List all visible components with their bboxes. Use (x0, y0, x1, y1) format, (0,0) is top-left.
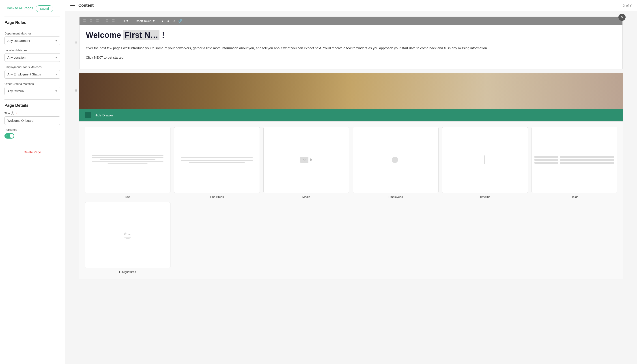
block-timeline-label: Timeline (479, 195, 490, 198)
toolbar-sep-2 (118, 19, 118, 22)
block-employees[interactable]: Employees (353, 127, 439, 198)
block-fields[interactable]: Fields (531, 127, 617, 198)
bold-button[interactable]: B (166, 18, 170, 23)
align-right-button[interactable]: ☰ (95, 18, 100, 23)
block-timeline-card (442, 127, 528, 193)
other-dropdown[interactable]: Any Criteria (5, 87, 60, 95)
block-linebreak[interactable]: Line Break (174, 127, 260, 198)
field-row-1 (534, 156, 614, 158)
other-dropdown-wrapper: Any Criteria ▼ (5, 87, 60, 95)
block-text-label: Text (125, 195, 130, 198)
h1-label: H1 (121, 19, 125, 22)
block-text[interactable]: Text (85, 127, 171, 198)
dept-dropdown[interactable]: Any Department (5, 36, 60, 45)
dept-matches-label: Department Matches (5, 32, 60, 35)
sidebar: ‹ Back to All Pages Saved Page Rules Dep… (0, 0, 65, 364)
other-criteria-label: Other Criteria Matches (5, 82, 60, 86)
employment-dropdown[interactable]: Any Employment Status (5, 70, 60, 78)
insert-token-button[interactable]: Insert Token ▼ (134, 19, 157, 23)
fl-1 (534, 156, 558, 158)
toolbar-sep-1 (102, 19, 102, 22)
h1-button[interactable]: H1 ▼ (121, 19, 130, 23)
block-fields-card (531, 127, 617, 193)
insert-token-label: Insert Token (136, 19, 152, 22)
text-line-3 (100, 160, 156, 160)
avatar-circle-icon (392, 157, 398, 163)
esig-line-2 (126, 238, 130, 239)
fr-2 (560, 159, 614, 161)
location-matches-label: Location Matches (5, 48, 60, 52)
content-label: Content (78, 3, 94, 8)
block-media-label: Media (302, 195, 310, 198)
chevron-left-icon: ‹ (5, 6, 6, 10)
top-bar-left: Content (70, 3, 94, 8)
main-content: Content X of Y ⠿ ✕ ☰ ☰ ☰ ☰ ☰ H1 (65, 0, 637, 364)
block-media-card (263, 127, 349, 193)
block-linebreak-card (174, 127, 260, 193)
editor-body-text: Over the next few pages we'll introduce … (86, 45, 616, 51)
token-highlight[interactable]: First N… (123, 30, 160, 40)
page-rules-title: Page Rules (5, 20, 60, 25)
published-toggle[interactable]: ✓ (5, 133, 14, 138)
editor-body: Welcome First N… ! Over the next few pag… (80, 25, 622, 69)
blocks-drawer: Text Line Break (79, 121, 623, 279)
toolbar-sep-4 (159, 19, 159, 22)
help-icon[interactable]: ? (11, 112, 14, 115)
link-button[interactable]: 🔗 (177, 18, 183, 23)
title-label-text: Title (5, 112, 10, 115)
hide-drawer-bar[interactable]: − Hide Drawer (79, 109, 623, 121)
hamburger-menu[interactable] (70, 4, 75, 8)
lb-line-2 (181, 159, 253, 159)
block-esignatures[interactable]: 🖊… E-Signatures (85, 202, 171, 274)
title-input[interactable] (5, 116, 60, 125)
h1-chevron-icon: ▼ (126, 19, 129, 22)
heading-text: Welcome (86, 30, 121, 40)
employment-dropdown-wrapper: Any Employment Status ▼ (5, 70, 60, 78)
title-field-label: Title ? * (5, 112, 60, 115)
align-left-button[interactable]: ☰ (82, 18, 87, 23)
block-text-card (85, 127, 171, 193)
fl-2 (534, 159, 558, 161)
image-placeholder-icon (300, 157, 308, 163)
insert-token-chevron-icon: ▼ (152, 19, 155, 22)
back-to-all-pages-link[interactable]: ‹ Back to All Pages (5, 6, 33, 10)
location-dropdown[interactable]: Any Location (5, 53, 60, 62)
editor-cta-text: Click NEXT to get started! (86, 54, 616, 60)
fields-block-icon (534, 156, 614, 164)
minus-button[interactable]: − (85, 112, 91, 118)
required-indicator: * (16, 112, 17, 115)
fl-3 (534, 162, 558, 164)
underline-button[interactable]: U (172, 18, 176, 23)
drag-handle-image[interactable]: ⠿ (75, 89, 78, 93)
sidebar-divider-3 (5, 142, 60, 142)
dept-dropdown-wrapper: Any Department ▼ (5, 36, 60, 45)
blocks-grid: Text Line Break (85, 127, 617, 198)
drag-handle-top[interactable]: ⠿ (75, 41, 78, 45)
blocks-grid-bottom: 🖊… E-Signatures (85, 202, 617, 274)
saved-button[interactable]: Saved (36, 5, 53, 12)
block-media[interactable]: Media (263, 127, 349, 198)
align-center-button[interactable]: ☰ (89, 18, 93, 23)
text-line-4 (92, 162, 164, 162)
page-details-title: Page Details (5, 103, 60, 108)
fr-3 (560, 162, 614, 164)
linebreak-block-icon (177, 157, 257, 163)
text-line-1 (92, 155, 164, 156)
top-bar: Content X of Y (65, 0, 637, 11)
close-button[interactable]: ✕ (618, 14, 625, 21)
media-block-icon (300, 157, 312, 163)
published-label: Published (5, 128, 60, 132)
delete-page-button[interactable]: Delete Page (5, 150, 60, 154)
list-ul-button[interactable]: ☰ (105, 18, 109, 23)
field-row-2 (534, 159, 614, 161)
hide-drawer-label: Hide Drawer (95, 113, 113, 117)
play-icon (310, 158, 312, 162)
list-ol-button[interactable]: ☰ (111, 18, 116, 23)
lb-line-3 (181, 160, 253, 161)
italic-button[interactable]: I (161, 18, 164, 23)
esig-block-icon: 🖊… (124, 231, 132, 239)
timeline-vert-line (484, 155, 485, 164)
editor-card: ✕ ☰ ☰ ☰ ☰ ☰ H1 ▼ Insert Token (79, 16, 623, 70)
editor-card-wrapper: ⠿ ✕ ☰ ☰ ☰ ☰ ☰ H1 ▼ (79, 16, 623, 70)
block-timeline[interactable]: Timeline (442, 127, 528, 198)
